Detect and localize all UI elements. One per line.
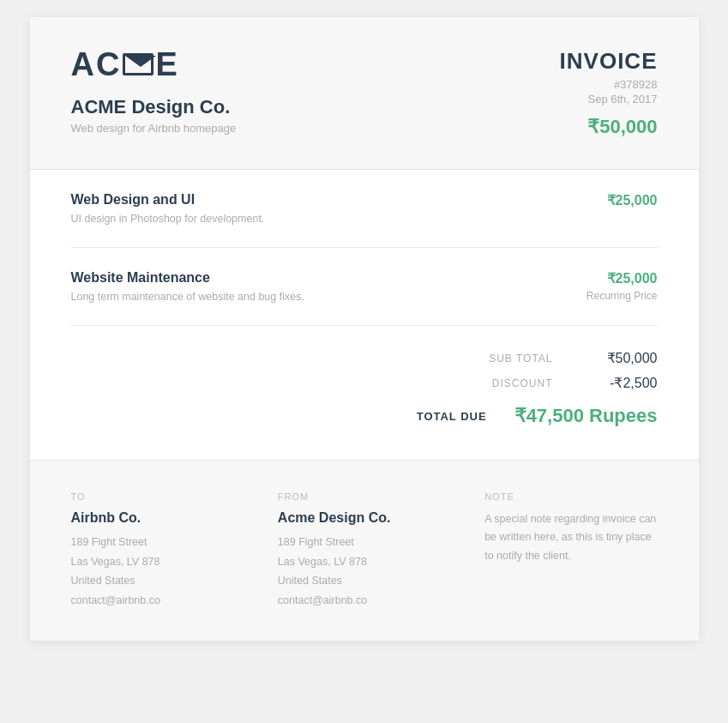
discount-value: -₹2,500: [581, 375, 658, 391]
line-item-2-title: Website Maintenance: [71, 270, 304, 286]
total-due-label: TOTAL DUE: [383, 410, 514, 423]
footer-from-address: 189 Fight Street Las Vegas, LV 878 Unite…: [278, 533, 450, 610]
subtotal-value: ₹50,000: [581, 350, 658, 366]
footer-to-address: 189 Fight Street Las Vegas, LV 878 Unite…: [71, 533, 244, 610]
footer-from-name: Acme Design Co.: [278, 510, 450, 526]
footer-from-label: FROM: [278, 491, 450, 502]
line-item-1-left: Web Design and UI UI design in Photoshop…: [71, 192, 265, 225]
totals-section: SUB TOTAL ₹50,000 DISCOUNT -₹2,500 TOTAL…: [30, 326, 699, 460]
line-item-1: Web Design and UI UI design in Photoshop…: [71, 170, 658, 248]
company-logo: ACE: [71, 48, 237, 81]
footer-from-addr4: contact@airbnb.co: [278, 594, 367, 606]
invoice-body: Web Design and UI UI design in Photoshop…: [30, 170, 699, 326]
footer-from-addr2: Las Vegas, LV 878: [278, 556, 367, 568]
line-item-2-note: Recurring Price: [587, 290, 658, 302]
logo-ac: AC: [71, 46, 122, 82]
line-item-2-desc: Long term maintenance of website and bug…: [71, 291, 304, 303]
line-item-1-title: Web Design and UI: [71, 192, 265, 208]
invoice-date: Sep 6th, 2017: [560, 93, 658, 105]
invoice-header: ACE ACME Design Co. Web design for Airbn…: [30, 17, 699, 170]
line-item-2: Website Maintenance Long term maintenanc…: [71, 248, 658, 326]
line-item-2-price: ₹25,000: [587, 270, 658, 286]
footer-to-addr1: 189 Fight Street: [71, 536, 147, 548]
footer-to-addr4: contact@airbnb.co: [71, 594, 160, 606]
company-name: ACME Design Co.: [71, 96, 237, 118]
invoice-container: ACE ACME Design Co. Web design for Airbn…: [30, 17, 699, 641]
footer-note-label: NOTE: [484, 491, 657, 502]
subtotal-label: SUB TOTAL: [383, 352, 581, 365]
footer-to: TO Airbnb Co. 189 Fight Street Las Vegas…: [71, 491, 244, 610]
header-right: INVOICE #378928 Sep 6th, 2017 ₹50,000: [560, 48, 658, 138]
company-subtitle: Web design for Airbnb homepage: [71, 122, 237, 135]
subtotal-row: SUB TOTAL ₹50,000: [383, 350, 658, 366]
line-item-2-left: Website Maintenance Long term maintenanc…: [71, 270, 304, 303]
invoice-total-header: ₹50,000: [560, 116, 658, 138]
line-item-1-right: ₹25,000: [607, 192, 658, 208]
footer-to-name: Airbnb Co.: [71, 510, 244, 526]
footer-from-addr3: United States: [278, 575, 342, 587]
footer-note: NOTE A special note regarding invoice ca…: [484, 491, 657, 610]
logo-e: E: [155, 46, 178, 82]
invoice-footer: TO Airbnb Co. 189 Fight Street Las Vegas…: [30, 460, 699, 641]
total-due-row: TOTAL DUE ₹47,500 Rupees: [383, 405, 658, 427]
footer-to-label: TO: [71, 491, 244, 502]
line-item-1-desc: UI design in Photoshop for development.: [71, 213, 265, 225]
line-item-2-right: ₹25,000 Recurring Price: [587, 270, 658, 302]
logo-envelope-icon: [123, 53, 153, 75]
header-left: ACE ACME Design Co. Web design for Airbn…: [71, 48, 237, 135]
footer-to-addr3: United States: [71, 575, 135, 587]
footer-from-addr1: 189 Fight Street: [278, 536, 354, 548]
invoice-number: #378928: [560, 78, 658, 91]
total-due-value: ₹47,500 Rupees: [514, 405, 658, 427]
footer-from: FROM Acme Design Co. 189 Fight Street La…: [278, 491, 450, 610]
invoice-label: INVOICE: [560, 48, 658, 75]
footer-to-addr2: Las Vegas, LV 878: [71, 556, 160, 568]
discount-row: DISCOUNT -₹2,500: [383, 375, 658, 391]
discount-label: DISCOUNT: [383, 377, 581, 389]
line-item-1-price: ₹25,000: [607, 192, 658, 208]
footer-note-text: A special note regarding invoice can be …: [484, 510, 657, 565]
